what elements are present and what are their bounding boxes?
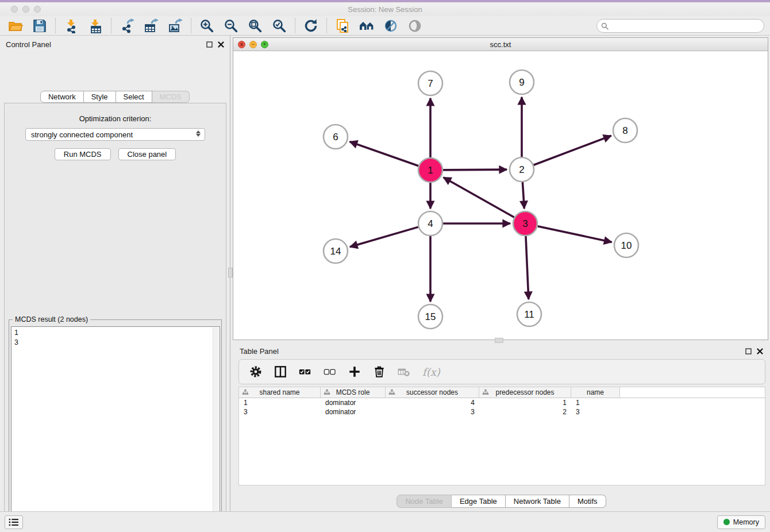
select-stepper-icon [196, 130, 201, 137]
graph-edge-1-2[interactable] [443, 169, 507, 170]
graph-edge-4-14[interactable] [350, 227, 418, 247]
search-icon [601, 22, 609, 32]
criterion-value: strongly connected component [31, 130, 133, 139]
result-scrollbar[interactable] [213, 327, 219, 531]
graph-node-label-15: 15 [425, 311, 436, 322]
zoom-out-icon[interactable] [224, 18, 238, 33]
zoom-in-icon[interactable] [199, 18, 214, 33]
mcds-result-title: MCDS result (2 nodes) [13, 315, 90, 323]
table-panel: Table Panel f(x) shared nameMCDS rolesuc… [233, 344, 770, 511]
column-header-name[interactable]: name [571, 387, 620, 398]
graph-node-label-14: 14 [330, 246, 341, 257]
tab-node-table[interactable]: Node Table [396, 495, 452, 508]
graph-edge-3-11[interactable] [526, 236, 529, 299]
node-table: shared nameMCDS rolesuccessor nodesprede… [238, 387, 765, 485]
window-title: Session: New Session [0, 5, 770, 14]
memory-button[interactable]: Memory [717, 515, 765, 529]
select-all-icon[interactable] [299, 365, 311, 378]
control-panel-title: Control Panel [6, 40, 51, 49]
status-bar: Memory [0, 511, 770, 532]
table-cell: 3 [386, 407, 479, 417]
graph-node-label-1: 1 [428, 165, 433, 176]
graph-node-label-9: 9 [519, 77, 524, 88]
save-icon[interactable] [32, 18, 47, 33]
criterion-select[interactable]: strongly connected component [25, 128, 205, 141]
tab-network[interactable]: Network [40, 91, 84, 103]
float-panel-icon[interactable] [206, 41, 213, 48]
network-canvas[interactable]: 7968124314101511 [233, 51, 768, 340]
hierarchy-icon [388, 389, 395, 398]
graph-edge-2-3[interactable] [522, 182, 524, 209]
table-row[interactable]: 3dominator323 [239, 407, 765, 417]
tab-edge-table[interactable]: Edge Table [452, 495, 506, 508]
column-label: successor nodes [406, 388, 458, 396]
export-table-icon[interactable] [144, 18, 159, 33]
table-row[interactable]: 1dominator411 [239, 398, 765, 407]
toggle-bird-view-icon[interactable] [407, 18, 422, 33]
network-window-titlebar: x − + scc.txt [233, 38, 768, 51]
main-titlebar: Session: New Session [0, 2, 770, 16]
refresh-icon[interactable] [303, 18, 318, 33]
zoom-selected-icon[interactable] [272, 18, 287, 33]
export-network-icon[interactable] [120, 18, 134, 33]
header-filler [620, 387, 765, 398]
table-panel-header: Table Panel [233, 344, 770, 358]
tab-network-table[interactable]: Network Table [506, 495, 569, 508]
close-panel-icon[interactable] [218, 41, 224, 48]
graph-node-label-11: 11 [524, 309, 534, 320]
gear-icon[interactable] [249, 365, 262, 378]
vertical-splitter-grip[interactable] [228, 268, 233, 277]
table-cell: 1 [571, 398, 620, 407]
table-header-row: shared nameMCDS rolesuccessor nodesprede… [239, 387, 765, 398]
control-panel: Control Panel NetworkStyleSelectMCDS Opt… [0, 36, 230, 511]
trash-icon[interactable] [373, 365, 386, 378]
column-label: predecessor nodes [495, 388, 554, 396]
list-icon [8, 518, 20, 527]
column-header-successor-nodes[interactable]: successor nodes [386, 387, 479, 398]
column-header-MCDS-role[interactable]: MCDS role [321, 387, 386, 398]
open-icon[interactable] [8, 18, 23, 33]
mcds-result-textarea[interactable]: 1 3 [11, 326, 220, 531]
tab-style[interactable]: Style [84, 91, 116, 103]
clone-network-icon[interactable] [335, 18, 350, 33]
deselect-all-icon[interactable] [324, 365, 336, 378]
import-network-icon[interactable] [64, 18, 79, 33]
graph-edge-2-8[interactable] [534, 136, 611, 165]
table-body: 1dominator4113dominator323 [239, 398, 765, 417]
delete-table-icon [398, 365, 410, 378]
column-header-shared-name[interactable]: shared name [239, 387, 321, 398]
search-input[interactable] [596, 19, 764, 33]
task-history-button[interactable] [5, 515, 23, 529]
graph-node-label-4: 4 [428, 218, 433, 229]
graph-node-label-2: 2 [519, 164, 524, 175]
table-cell: 2 [479, 407, 571, 417]
table-cell: 1 [239, 398, 321, 407]
column-header-predecessor-nodes[interactable]: predecessor nodes [479, 387, 571, 398]
close-table-panel-icon[interactable] [757, 348, 763, 354]
tab-select[interactable]: Select [116, 91, 152, 103]
graph-edge-1-6[interactable] [350, 142, 419, 166]
graph-edge-3-1[interactable] [444, 178, 514, 217]
memory-status-icon [723, 519, 730, 525]
horizontal-splitter[interactable] [233, 340, 770, 344]
graph-node-label-6: 6 [333, 132, 338, 142]
run-mcds-button[interactable]: Run MCDS [55, 148, 111, 160]
graph-node-label-7: 7 [428, 78, 433, 89]
first-neighbors-icon[interactable] [359, 18, 374, 33]
export-image-icon[interactable] [168, 18, 183, 33]
import-table-icon[interactable] [88, 18, 103, 33]
add-icon[interactable] [348, 365, 361, 378]
horizontal-splitter-grip[interactable] [495, 338, 503, 343]
columns-icon[interactable] [274, 365, 287, 378]
optimization-criterion-label: Optimization criterion: [5, 114, 226, 123]
tab-mcds[interactable]: MCDS [152, 91, 190, 103]
table-cell: dominator [321, 398, 386, 407]
table-panel-title: Table Panel [240, 347, 279, 356]
tab-motifs[interactable]: Motifs [569, 495, 606, 508]
zoom-fit-icon[interactable] [248, 18, 263, 33]
hide-details-icon[interactable] [383, 18, 398, 33]
graph-edge-3-10[interactable] [538, 226, 612, 242]
float-table-panel-icon[interactable] [745, 348, 752, 354]
table-cell: 4 [386, 398, 479, 407]
close-panel-button[interactable]: Close panel [118, 148, 176, 160]
